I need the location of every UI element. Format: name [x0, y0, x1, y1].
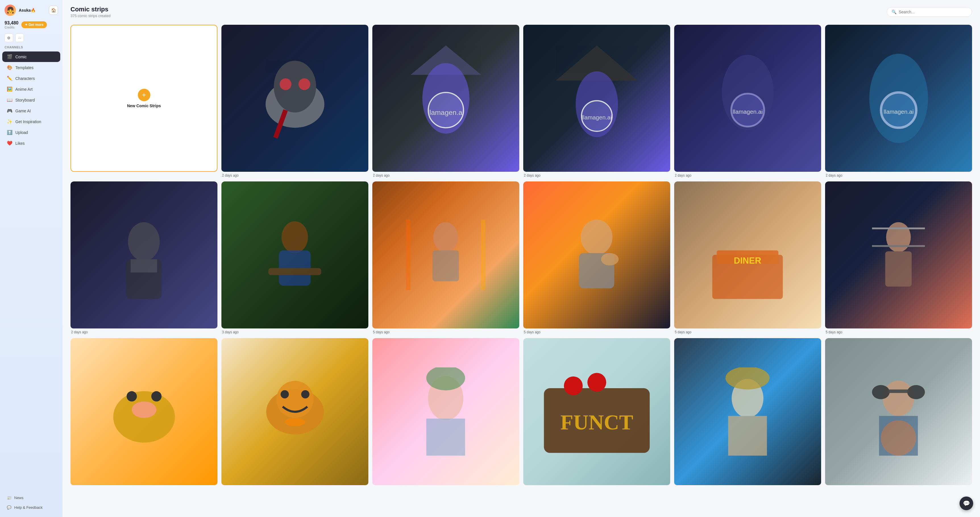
profile-info: Asuka🔥	[19, 8, 46, 13]
credits-label: Credits	[5, 26, 19, 29]
sidebar-item-label-storyboard: Storyboard	[15, 98, 35, 102]
item-timestamp-4: 2 days ago	[674, 172, 821, 177]
filter-button[interactable]: ⚙	[5, 34, 13, 42]
game-ai-icon: 🎮	[7, 108, 13, 113]
grid-item-6[interactable]: 2 days ago	[70, 182, 218, 334]
sidebar-item-label-templates: Templates	[15, 65, 33, 70]
grid-item-11[interactable]: 5 days ago	[825, 182, 972, 334]
grid-item-1[interactable]: 2 days ago	[221, 25, 368, 177]
sidebar-item-storyboard[interactable]: 📖 Storyboard	[2, 95, 60, 105]
svg-rect-21	[131, 259, 157, 273]
templates-icon: 🎨	[7, 65, 13, 70]
svg-point-64	[881, 421, 916, 456]
grid-item-5[interactable]: llamagen.ai 2 days ago	[825, 25, 972, 177]
get-inspiration-icon: ✨	[7, 119, 13, 124]
grid-item-16[interactable]	[674, 338, 821, 487]
credits-info: 93,480 Credits	[5, 21, 19, 29]
svg-rect-36	[885, 251, 912, 287]
item-timestamp-10: 5 days ago	[674, 329, 821, 334]
svg-point-22	[282, 222, 308, 254]
sidebar-profile: 👧 Asuka🔥 🏠	[0, 5, 62, 21]
svg-text:DINER: DINER	[734, 256, 761, 266]
item-timestamp-7: 3 days ago	[221, 329, 368, 334]
search-input[interactable]	[899, 10, 967, 14]
storyboard-icon: 📖	[7, 97, 13, 103]
sidebar-item-anime-art[interactable]: 🖼️ Anime Art	[2, 84, 60, 94]
svg-rect-27	[406, 220, 411, 290]
sidebar-item-label-comic: Comic	[15, 54, 27, 59]
grid-item-12[interactable]	[70, 338, 218, 487]
sidebar-item-game-ai[interactable]: 🎮 Game AI	[2, 105, 60, 116]
sidebar-item-news[interactable]: 📰 News	[2, 493, 60, 503]
get-more-button[interactable]: ✦ Get more	[21, 21, 47, 28]
grid-item-2[interactable]: llamagen.ai 2 days ago	[372, 25, 519, 177]
sidebar-item-likes[interactable]: ❤️ Likes	[2, 138, 60, 148]
grid-item-13[interactable]	[221, 338, 368, 487]
svg-point-35	[886, 222, 911, 252]
item-timestamp-17	[825, 485, 972, 487]
more-button[interactable]: ···	[15, 34, 24, 42]
svg-point-1	[274, 61, 316, 112]
avatar: 👧	[5, 5, 16, 16]
svg-point-25	[433, 222, 458, 252]
likes-icon: ❤️	[7, 140, 13, 146]
svg-rect-23	[279, 251, 311, 286]
svg-rect-24	[268, 268, 321, 275]
sidebar-item-upload[interactable]: ⬆️ Upload	[2, 127, 60, 138]
sidebar-item-label-upload: Upload	[15, 130, 28, 135]
item-timestamp-11: 5 days ago	[825, 329, 972, 334]
sidebar-bottom: 📰 News 💬 Help & Feedback	[0, 488, 62, 512]
grid-item-3[interactable]: llamagen.ai 2 days ago	[523, 25, 670, 177]
item-timestamp-1: 2 days ago	[221, 172, 368, 177]
sidebar-item-characters[interactable]: ✏️ Characters	[2, 73, 60, 84]
sidebar-item-label-game-ai: Game AI	[15, 109, 31, 113]
item-timestamp-8: 5 days ago	[372, 329, 519, 334]
sidebar-controls: ⚙ ···	[0, 34, 62, 46]
channels-label: Channels	[0, 46, 62, 51]
grid-item-9[interactable]: 5 days ago	[523, 182, 670, 334]
item-timestamp-6: 2 days ago	[70, 329, 218, 334]
anime-art-icon: 🖼️	[7, 86, 13, 92]
svg-rect-57	[728, 416, 767, 456]
svg-text:llamagen.ai: llamagen.ai	[582, 114, 612, 121]
sidebar-item-comic[interactable]: 🎬 Comic	[2, 51, 60, 62]
svg-point-31	[601, 253, 619, 265]
sidebar-item-templates[interactable]: 🎨 Templates	[2, 62, 60, 73]
comic-grid: + New Comic Strips 2 days ago	[70, 25, 972, 487]
item-timestamp-16	[674, 485, 821, 487]
svg-point-43	[132, 401, 156, 418]
svg-point-59	[883, 381, 915, 416]
sidebar-item-label-get-inspiration: Get Inspiration	[15, 120, 41, 124]
grid-item-4[interactable]: llamagen.ai 2 days ago	[674, 25, 821, 177]
sidebar-item-label-characters: Characters	[15, 76, 35, 81]
search-bar[interactable]: 🔍	[887, 7, 972, 17]
grid-item-8[interactable]: 5 days ago	[372, 182, 519, 334]
svg-rect-28	[481, 220, 486, 290]
new-comic-inner[interactable]: + New Comic Strips	[70, 25, 218, 172]
profile-name: Asuka🔥	[19, 8, 46, 13]
grid-item-14[interactable]	[372, 338, 519, 487]
main-header: Comic strips 375 comic strips created 🔍	[62, 0, 980, 22]
svg-point-2	[280, 78, 291, 90]
content-grid: + New Comic Strips 2 days ago	[62, 22, 980, 517]
grid-item-17[interactable]	[825, 338, 972, 487]
svg-point-29	[581, 220, 613, 255]
chat-icon: 💬	[963, 500, 970, 507]
main-content: Comic strips 375 comic strips created 🔍 …	[62, 0, 980, 517]
news-label: News	[14, 496, 24, 500]
sidebar-item-get-inspiration[interactable]: ✨ Get Inspiration	[2, 116, 60, 127]
grid-item-7[interactable]: 3 days ago	[221, 182, 368, 334]
item-timestamp-3: 2 days ago	[523, 172, 670, 177]
sidebar-item-help[interactable]: 💬 Help & Feedback	[2, 503, 60, 512]
item-timestamp-9: 5 days ago	[523, 329, 670, 334]
home-button[interactable]: 🏠	[49, 6, 58, 15]
item-timestamp-5: 2 days ago	[825, 172, 972, 177]
grid-item-10[interactable]: DINER 5 days ago	[674, 182, 821, 334]
new-comic-card[interactable]: + New Comic Strips	[70, 25, 218, 177]
svg-point-55	[587, 373, 606, 392]
news-icon: 📰	[7, 496, 11, 500]
svg-point-62	[907, 385, 925, 399]
chat-button[interactable]: 💬	[959, 496, 973, 510]
svg-point-46	[280, 390, 289, 398]
grid-item-15[interactable]: FUNCT	[523, 338, 670, 487]
